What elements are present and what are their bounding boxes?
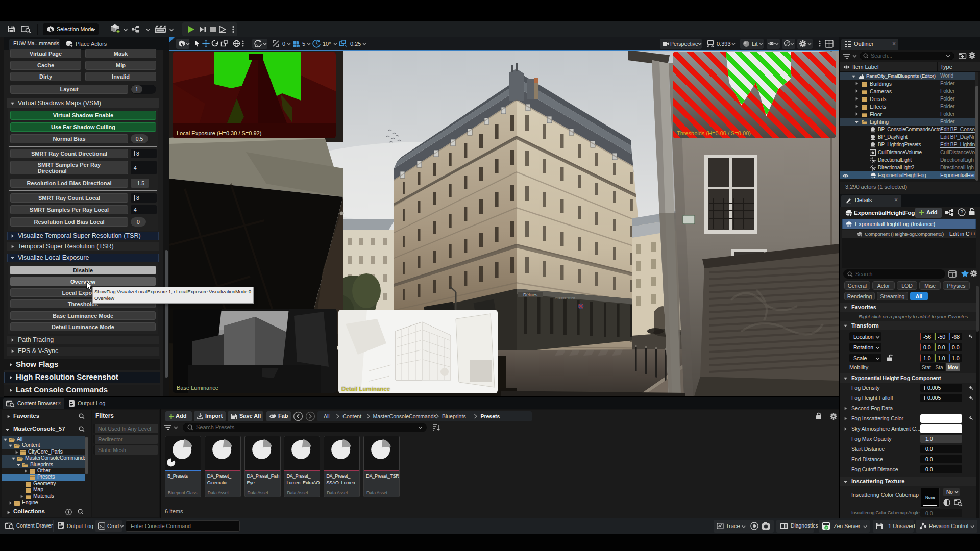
svg-text:?: ? — [960, 210, 963, 215]
svg-text:COFFEE SHOP: COFFEE SHOP — [555, 297, 575, 300]
svg-text:Délices: Délices — [523, 292, 537, 297]
